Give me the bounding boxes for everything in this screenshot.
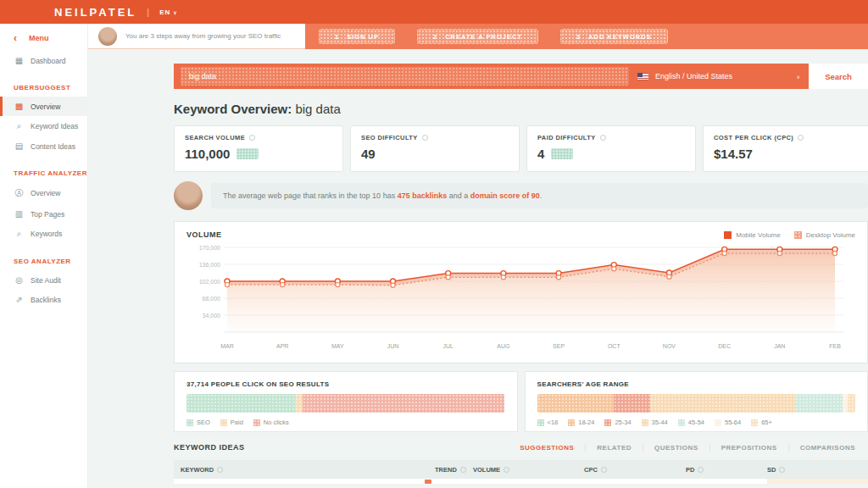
metric-value: 4	[537, 147, 544, 161]
info-icon	[217, 467, 223, 473]
sidebar-item-top-pages[interactable]: ▥ Top Pages	[0, 204, 88, 224]
column-trend[interactable]: TREND	[435, 466, 473, 474]
info-icon[interactable]	[249, 135, 255, 141]
chevron-down-icon: ∨	[797, 74, 800, 80]
add-keywords-step-button[interactable]: 3 ADD KEYWORDS	[560, 29, 668, 44]
sidebar-item-label: Overview	[31, 189, 60, 197]
sidebar-item-traffic-overview[interactable]: Ⓐ Overview	[0, 182, 88, 204]
svg-text:136,000: 136,000	[199, 262, 220, 268]
onboarding-message: You are 3 steps away from growing your S…	[125, 32, 281, 40]
step-number: 1	[335, 33, 339, 41]
metric-value: 49	[361, 147, 376, 161]
page-content: English / United States ∨ Search Keyword…	[88, 49, 868, 488]
info-icon	[698, 467, 704, 473]
tab-related[interactable]: RELATED	[585, 444, 643, 452]
age-range-title: SEARCHERS' AGE RANGE	[537, 380, 856, 388]
brand-logo[interactable]: NEILPATEL	[54, 6, 136, 19]
keywords-icon: ⌕	[14, 229, 25, 239]
legend-item-mobile: Mobile Volume	[724, 231, 780, 239]
sd-cell	[767, 479, 868, 484]
step-number: 3	[576, 33, 581, 41]
sidebar-section-ubersuggest: UBERSUGGEST	[0, 70, 88, 97]
volume-area-chart[interactable]: 34,00068,000102,000136,000170,000MARAPRM…	[186, 239, 856, 354]
stack-segment-25-34	[614, 394, 650, 413]
sidebar-item-label: Top Pages	[31, 210, 64, 219]
sidebar-item-site-audit[interactable]: ◎ Site Audit	[0, 270, 88, 290]
cpc-card: COST PER CLICK (CPC) $14.57	[703, 125, 868, 172]
column-cpc[interactable]: CPC	[584, 466, 686, 474]
legend-swatch-icon	[715, 419, 721, 426]
seo-clicks-title: 37,714 PEOPLE CLICK ON SEO RESULTS	[186, 380, 505, 388]
step-label: CREATE A PROJECT	[445, 33, 522, 41]
onboarding-steps: 1 SIGN UP 2 CREATE A PROJECT 3 ADD KEYWO…	[305, 24, 868, 49]
column-keyword[interactable]: KEYWORD	[181, 466, 435, 474]
volume-chart-legend: Mobile Volume Desktop Volume	[724, 231, 855, 239]
table-row[interactable]	[174, 479, 868, 484]
legend-item: 35-44	[642, 419, 668, 426]
keyword-ideas-icon: ⌕	[14, 121, 25, 131]
info-icon[interactable]	[422, 135, 428, 141]
legend-item-desktop: Desktop Volume	[794, 231, 855, 239]
stack-segment-seo	[186, 394, 295, 413]
tab-comparisons[interactable]: COMPARISONS	[788, 444, 866, 452]
sidebar-item-dashboard[interactable]: ▦ Dashboard	[0, 51, 88, 70]
sidebar-item-keyword-ideas[interactable]: ⌕ Keyword Ideas	[0, 116, 88, 136]
tip-text-mid: and a	[447, 191, 470, 200]
clicks-stacked-bar[interactable]	[186, 394, 505, 413]
main-area: You are 3 steps away from growing your S…	[88, 24, 868, 488]
sidebar-item-label: Keywords	[31, 230, 62, 238]
keyword-search-bar: English / United States ∨ Search	[174, 64, 868, 89]
top-pages-icon: ▥	[14, 209, 25, 219]
backlinks-link[interactable]: 475 backlinks	[398, 191, 448, 200]
stack-segment-no-clicks	[303, 394, 504, 413]
step-label: SIGN UP	[347, 33, 379, 41]
site-audit-icon: ◎	[14, 275, 25, 285]
domain-score-link[interactable]: domain score of 90	[470, 191, 540, 200]
search-language-value: English / United States	[655, 72, 790, 80]
metric-label: SEARCH VOLUME	[185, 134, 245, 141]
stack-segment-18-24	[537, 394, 614, 413]
search-volume-card: SEARCH VOLUME 110,000	[174, 125, 343, 172]
age-stacked-bar[interactable]	[537, 394, 856, 413]
legend-swatch-icon	[678, 419, 685, 426]
header-language-selector[interactable]: EN ∨	[159, 8, 178, 16]
svg-text:JAN: JAN	[774, 343, 785, 349]
legend-swatch-icon	[642, 419, 648, 426]
us-flag-icon	[637, 73, 648, 80]
create-project-step-button[interactable]: 2 CREATE A PROJECT	[417, 29, 538, 44]
svg-text:APR: APR	[276, 343, 288, 349]
search-language-selector[interactable]: English / United States ∨	[629, 72, 809, 80]
column-sd[interactable]: SD	[767, 466, 868, 474]
menu-collapse-button[interactable]: ‹ Menu	[0, 34, 88, 51]
svg-text:AUG: AUG	[497, 343, 509, 349]
column-pd[interactable]: PD	[686, 466, 767, 474]
tab-questions[interactable]: QUESTIONS	[643, 444, 709, 452]
metric-label: PAID DIFFICULTY	[537, 134, 596, 141]
chevron-down-icon: ∨	[173, 9, 177, 15]
metric-cards: SEARCH VOLUME 110,000 SEO DIFFICULTY 49 …	[174, 125, 868, 172]
info-icon	[601, 467, 607, 473]
sidebar-item-backlinks[interactable]: ⇗ Backlinks	[0, 290, 88, 309]
sidebar-item-keywords[interactable]: ⌕ Keywords	[0, 224, 88, 244]
column-volume[interactable]: VOLUME	[473, 466, 584, 474]
info-icon[interactable]	[600, 135, 606, 141]
keyword-search-input[interactable]	[181, 67, 629, 86]
legend-swatch-icon	[568, 419, 575, 426]
sidebar-item-label: Site Audit	[31, 276, 61, 285]
tab-suggestions[interactable]: SUGGESTIONS	[509, 444, 585, 452]
info-icon[interactable]	[798, 135, 804, 141]
sidebar-item-label: Content Ideas	[31, 142, 75, 151]
stack-segment-35-44	[650, 394, 795, 413]
trend-badge	[236, 148, 259, 159]
svg-text:DEC: DEC	[718, 343, 731, 349]
signup-step-button[interactable]: 1 SIGN UP	[319, 29, 395, 44]
sidebar-item-label: Backlinks	[31, 296, 61, 304]
legend-swatch-icon	[186, 419, 193, 426]
metric-label: SEO DIFFICULTY	[361, 134, 418, 141]
legend-item: <18	[537, 419, 559, 426]
sidebar-item-content-ideas[interactable]: ▤ Content Ideas	[0, 136, 88, 156]
search-button[interactable]: Search	[809, 64, 868, 89]
tab-prepositions[interactable]: PREPOSITIONS	[709, 444, 788, 452]
sidebar-item-overview[interactable]: ▩ Overview	[0, 97, 88, 116]
info-icon	[504, 467, 509, 473]
